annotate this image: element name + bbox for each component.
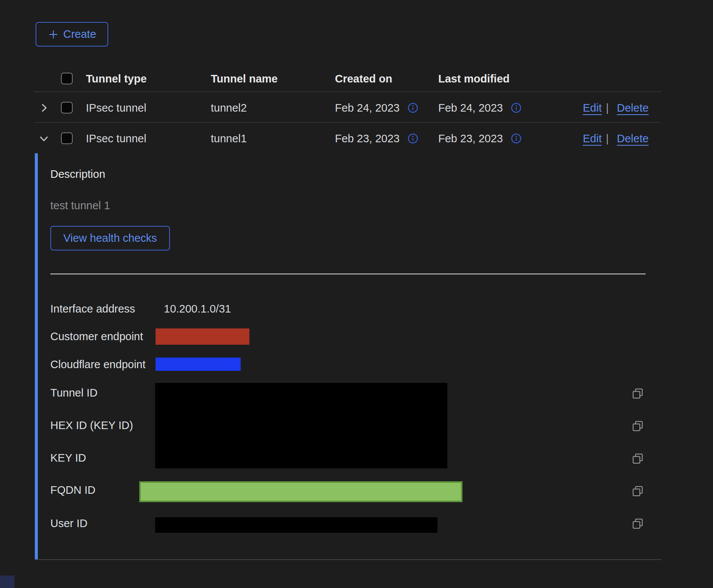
tunnel-id-label: Tunnel ID: [50, 386, 98, 399]
user-id-label: User ID: [50, 517, 87, 530]
bottom-edge-fragment: [0, 576, 14, 588]
created-on-cell: Feb 24, 2023: [335, 101, 400, 114]
description-label: Description: [50, 168, 105, 180]
copy-fqdn-id-button[interactable]: [631, 485, 644, 498]
last-modified-info-icon[interactable]: [511, 102, 522, 114]
description-value: test tunnel 1: [50, 199, 110, 212]
fqdn-id-redaction: [139, 481, 462, 502]
expanded-row-accent-bar: [35, 153, 38, 559]
created-on-info-icon[interactable]: [407, 102, 419, 114]
row-expand-button-tunnel2[interactable]: [38, 102, 50, 114]
last-modified-info-icon[interactable]: [511, 133, 522, 144]
copy-icon: [631, 420, 644, 432]
create-button-label: Create: [63, 28, 96, 40]
last-modified-cell: Feb 23, 2023: [438, 132, 503, 145]
cloudflare-endpoint-redaction: [156, 358, 241, 371]
copy-icon: [631, 452, 644, 465]
column-header-created-on: Created on: [335, 72, 392, 85]
table-bottom-divider: [35, 559, 661, 560]
fqdn-id-label: FQDN ID: [50, 484, 95, 496]
delete-link-tunnel1[interactable]: Delete: [617, 132, 649, 145]
row-collapse-button-tunnel1[interactable]: [38, 133, 50, 144]
created-on-cell: Feb 23, 2023: [335, 132, 400, 145]
tunnel-name-cell: tunnel2: [211, 101, 247, 114]
edit-link-tunnel1[interactable]: Edit: [583, 132, 602, 145]
edit-link-tunnel2[interactable]: Edit: [583, 101, 602, 114]
tunnel-type-cell: IPsec tunnel: [86, 132, 146, 145]
tunnel-type-cell: IPsec tunnel: [86, 101, 146, 114]
delete-link-tunnel2[interactable]: Delete: [617, 101, 649, 114]
ipsec-tunnels-page: Create Tunnel type Tunnel name Created o…: [0, 0, 713, 588]
view-health-checks-label: View health checks: [63, 232, 157, 244]
info-icon: [511, 133, 522, 144]
copy-tunnel-id-button[interactable]: [631, 387, 644, 400]
customer-endpoint-label: Customer endpoint: [50, 330, 143, 343]
interface-address-label: Interface address: [50, 302, 135, 315]
last-modified-cell: Feb 24, 2023: [438, 101, 503, 114]
column-header-tunnel-name: Tunnel name: [211, 72, 278, 85]
copy-user-id-button[interactable]: [631, 517, 644, 530]
id-values-redaction: [155, 383, 447, 468]
actions-separator: |: [606, 101, 609, 114]
copy-icon: [631, 517, 644, 530]
created-on-info-icon[interactable]: [407, 133, 419, 144]
actions-separator: |: [606, 132, 609, 145]
info-icon: [407, 102, 419, 114]
tunnel-name-cell: tunnel1: [211, 132, 247, 145]
info-icon: [511, 102, 522, 114]
copy-icon: [631, 387, 644, 400]
header-divider: [34, 92, 661, 92]
interface-address-value: 10.200.1.0/31: [164, 302, 231, 315]
view-health-checks-button[interactable]: View health checks: [50, 226, 170, 250]
user-id-redaction: [155, 517, 437, 533]
info-icon: [407, 133, 419, 144]
plus-icon: [48, 29, 59, 40]
column-header-last-modified: Last modified: [438, 72, 510, 85]
copy-key-id-button[interactable]: [631, 452, 644, 465]
column-header-tunnel-type: Tunnel type: [86, 72, 147, 85]
key-id-label: KEY ID: [50, 451, 86, 464]
detail-section-divider: [50, 274, 646, 274]
copy-icon: [631, 485, 644, 498]
hex-id-label: HEX ID (KEY ID): [50, 419, 133, 432]
customer-endpoint-redaction: [156, 328, 249, 345]
row-divider: [34, 122, 661, 123]
select-all-checkbox[interactable]: [61, 73, 73, 84]
copy-hex-id-button[interactable]: [631, 420, 644, 432]
create-button[interactable]: Create: [36, 22, 108, 47]
cloudflare-endpoint-label: Cloudflare endpoint: [50, 358, 146, 371]
chevron-right-icon: [38, 102, 50, 114]
row-checkbox-tunnel1[interactable]: [61, 132, 73, 144]
row-checkbox-tunnel2[interactable]: [61, 102, 73, 114]
chevron-down-icon: [38, 133, 50, 144]
